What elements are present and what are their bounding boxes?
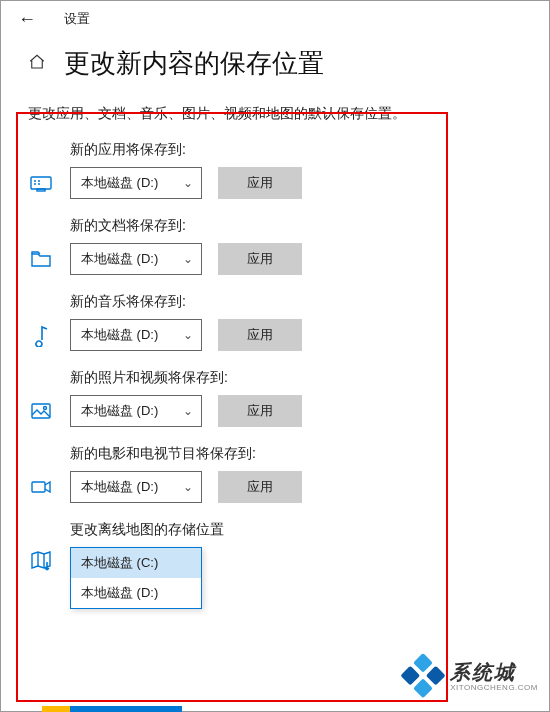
photos-icon xyxy=(28,398,54,424)
photos-label: 新的照片和视频将保存到: xyxy=(70,369,522,387)
section-music: 新的音乐将保存到: 本地磁盘 (D:) ⌄ 应用 xyxy=(28,293,522,351)
music-dropdown[interactable]: 本地磁盘 (D:) ⌄ xyxy=(70,319,202,351)
watermark: 系统城 XITONGCHENG.COM xyxy=(406,660,538,694)
music-dropdown-value: 本地磁盘 (D:) xyxy=(81,326,158,344)
maps-label: 更改离线地图的存储位置 xyxy=(70,521,522,539)
maps-dropdown-open[interactable]: 本地磁盘 (C:) 本地磁盘 (D:) xyxy=(70,547,202,609)
movies-dropdown[interactable]: 本地磁盘 (D:) ⌄ xyxy=(70,471,202,503)
section-maps: 更改离线地图的存储位置 本地磁盘 (C:) 本地磁盘 (D:) xyxy=(28,521,522,609)
watermark-text-en: XITONGCHENG.COM xyxy=(450,684,538,692)
watermark-logo-icon xyxy=(399,653,447,701)
music-icon xyxy=(28,322,54,348)
apps-icon xyxy=(28,170,54,196)
docs-dropdown[interactable]: 本地磁盘 (D:) ⌄ xyxy=(70,243,202,275)
chevron-down-icon: ⌄ xyxy=(183,480,193,494)
apps-apply-button[interactable]: 应用 xyxy=(218,167,302,199)
settings-label: 设置 xyxy=(64,10,90,28)
home-icon[interactable] xyxy=(28,53,46,75)
docs-dropdown-value: 本地磁盘 (D:) xyxy=(81,250,158,268)
svg-rect-0 xyxy=(31,177,51,189)
back-icon[interactable]: ← xyxy=(18,9,36,30)
section-apps: 新的应用将保存到: 本地磁盘 (D:) ⌄ 应用 xyxy=(28,141,522,199)
chevron-down-icon: ⌄ xyxy=(183,252,193,266)
movies-dropdown-value: 本地磁盘 (D:) xyxy=(81,478,158,496)
intro-text: 更改应用、文档、音乐、图片、视频和地图的默认保存位置。 xyxy=(28,105,522,123)
page-title: 更改新内容的保存位置 xyxy=(64,46,324,81)
photos-dropdown-value: 本地磁盘 (D:) xyxy=(81,402,158,420)
section-docs: 新的文档将保存到: 本地磁盘 (D:) ⌄ 应用 xyxy=(28,217,522,275)
svg-point-7 xyxy=(44,407,47,410)
maps-icon xyxy=(28,547,54,573)
section-movies: 新的电影和电视节目将保存到: 本地磁盘 (D:) ⌄ 应用 xyxy=(28,445,522,503)
apps-dropdown-value: 本地磁盘 (D:) xyxy=(81,174,158,192)
docs-apply-button[interactable]: 应用 xyxy=(218,243,302,275)
photos-dropdown[interactable]: 本地磁盘 (D:) ⌄ xyxy=(70,395,202,427)
docs-label: 新的文档将保存到: xyxy=(70,217,522,235)
video-icon xyxy=(28,474,54,500)
movies-apply-button[interactable]: 应用 xyxy=(218,471,302,503)
maps-option-d[interactable]: 本地磁盘 (D:) xyxy=(71,578,201,608)
maps-option-c[interactable]: 本地磁盘 (C:) xyxy=(71,548,201,578)
taskbar-sliver xyxy=(42,706,182,712)
music-label: 新的音乐将保存到: xyxy=(70,293,522,311)
apps-label: 新的应用将保存到: xyxy=(70,141,522,159)
music-apply-button[interactable]: 应用 xyxy=(218,319,302,351)
movies-label: 新的电影和电视节目将保存到: xyxy=(70,445,522,463)
section-photos: 新的照片和视频将保存到: 本地磁盘 (D:) ⌄ 应用 xyxy=(28,369,522,427)
chevron-down-icon: ⌄ xyxy=(183,328,193,342)
chevron-down-icon: ⌄ xyxy=(183,404,193,418)
watermark-text-cn: 系统城 xyxy=(450,662,538,682)
apps-dropdown[interactable]: 本地磁盘 (D:) ⌄ xyxy=(70,167,202,199)
documents-icon xyxy=(28,246,54,272)
chevron-down-icon: ⌄ xyxy=(183,176,193,190)
photos-apply-button[interactable]: 应用 xyxy=(218,395,302,427)
svg-rect-6 xyxy=(32,404,50,418)
svg-rect-8 xyxy=(32,482,45,492)
svg-rect-5 xyxy=(37,189,45,191)
